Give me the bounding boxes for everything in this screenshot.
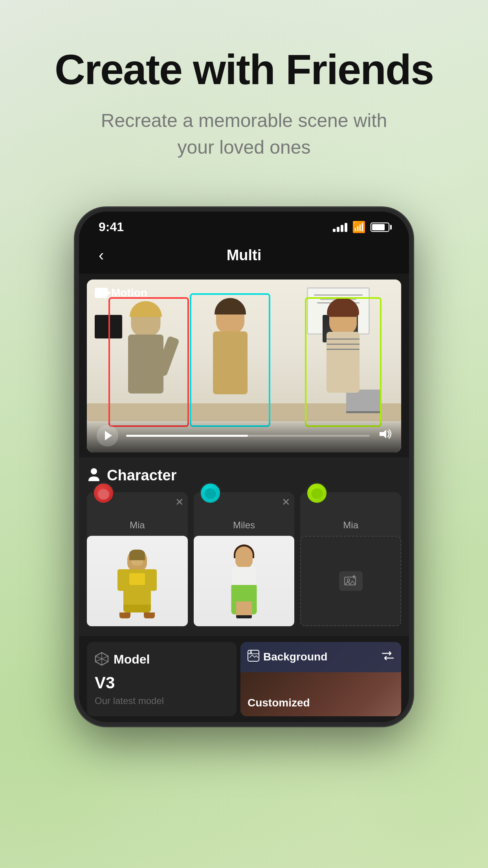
background-icon	[248, 650, 259, 662]
marketing-title: Create with Friends	[31, 47, 457, 92]
model-version: V3	[95, 673, 229, 692]
warrior-legs	[123, 589, 151, 612]
model-card-header: Model	[95, 652, 229, 668]
signal-bar-4	[345, 223, 347, 232]
warrior-figure	[87, 536, 188, 626]
background-card[interactable]: Background Customized	[240, 642, 401, 716]
status-bar: 9:41 📶	[79, 211, 409, 239]
character-avatar-2	[200, 482, 221, 504]
status-time: 9:41	[99, 220, 124, 234]
character-close-1[interactable]: ✕	[175, 496, 184, 508]
bg-card-header: Background	[240, 642, 401, 672]
avatar-face-2	[201, 484, 220, 503]
signal-bar-1	[333, 229, 336, 232]
svg-marker-0	[380, 430, 386, 438]
character-img-2	[194, 536, 295, 626]
play-icon	[105, 431, 112, 440]
bg-header-left: Background	[248, 650, 327, 664]
woman-head	[235, 546, 253, 568]
bg-bottom-label: Customized	[248, 697, 310, 709]
warrior-body	[117, 550, 157, 612]
detection-box-cyan	[190, 293, 270, 427]
empty-upload-area[interactable]	[300, 536, 401, 626]
character-card-2[interactable]: ✕ Miles	[194, 492, 295, 626]
woman-body	[228, 546, 260, 615]
video-preview[interactable]: Motion	[87, 280, 401, 452]
motion-text: Motion	[111, 287, 147, 299]
character-avatar-3	[306, 482, 328, 504]
svg-point-1	[91, 468, 97, 474]
model-card-title: Model	[114, 652, 150, 667]
cube-icon	[95, 652, 109, 666]
character-name-2: Miles	[194, 506, 295, 534]
phone-frame: 9:41 📶 ‹ Multi	[75, 208, 413, 726]
detection-box-red	[108, 297, 189, 427]
swap-icon[interactable]	[382, 650, 394, 664]
phone-wrapper: 9:41 📶 ‹ Multi	[0, 208, 488, 726]
bg-icon	[248, 650, 259, 664]
person-icon	[87, 467, 101, 481]
detection-box-green	[305, 297, 382, 427]
character-card-1[interactable]: ✕ Mia	[87, 492, 188, 626]
model-cube-icon	[95, 652, 109, 668]
swap-arrows-icon	[382, 650, 394, 661]
upload-icon	[344, 575, 358, 587]
character-close-2[interactable]: ✕	[282, 496, 290, 508]
model-card[interactable]: Model V3 Our latest model	[87, 642, 237, 716]
marketing-subtitle: Recreate a memorable scene with your lov…	[87, 107, 401, 160]
bg-card-title: Background	[263, 651, 327, 663]
character-icon	[87, 467, 101, 484]
avatar-face-1	[94, 484, 113, 503]
woman-figure	[194, 536, 295, 626]
character-img-1	[87, 536, 188, 626]
warrior-head	[127, 550, 147, 571]
volume-button[interactable]	[378, 428, 391, 443]
nav-title: Multi	[227, 247, 262, 264]
play-button[interactable]	[97, 425, 118, 447]
battery-icon	[371, 223, 389, 232]
character-avatar-1	[93, 482, 114, 504]
character-name-3: Mia	[300, 506, 401, 534]
status-icons: 📶	[333, 221, 389, 234]
svg-point-3	[347, 579, 350, 581]
bottom-row: Model V3 Our latest model	[79, 636, 409, 722]
video-container: Motion	[79, 274, 409, 452]
character-img-3	[300, 536, 401, 626]
progress-bar[interactable]	[126, 435, 370, 437]
motion-camera-icon	[95, 288, 108, 298]
motion-label: Motion	[95, 287, 147, 299]
avatar-face-3	[307, 484, 327, 503]
character-card-3[interactable]: Mia	[300, 492, 401, 626]
character-section: Character ✕ Mia	[79, 457, 409, 636]
signal-bars-icon	[333, 223, 347, 232]
woman-legs-lower	[236, 601, 252, 615]
volume-icon	[378, 428, 391, 440]
wifi-icon: 📶	[352, 221, 366, 234]
video-bg: Motion	[87, 280, 401, 452]
woman-top	[232, 567, 256, 587]
battery-fill	[372, 224, 385, 230]
character-name-1: Mia	[87, 506, 188, 534]
upload-icon-box	[339, 571, 363, 591]
marketing-section: Create with Friends Recreate a memorable…	[0, 0, 488, 184]
section-divider-1	[79, 452, 409, 457]
model-desc: Our latest model	[95, 695, 229, 706]
character-cards: ✕ Mia	[87, 492, 401, 626]
character-section-title: Character	[107, 467, 176, 484]
video-controls	[87, 419, 401, 452]
nav-header: ‹ Multi	[79, 239, 409, 274]
character-section-header: Character	[87, 467, 401, 484]
back-button[interactable]: ‹	[99, 246, 104, 264]
progress-fill	[126, 435, 248, 437]
signal-bar-3	[341, 225, 343, 232]
signal-bar-2	[337, 227, 339, 232]
